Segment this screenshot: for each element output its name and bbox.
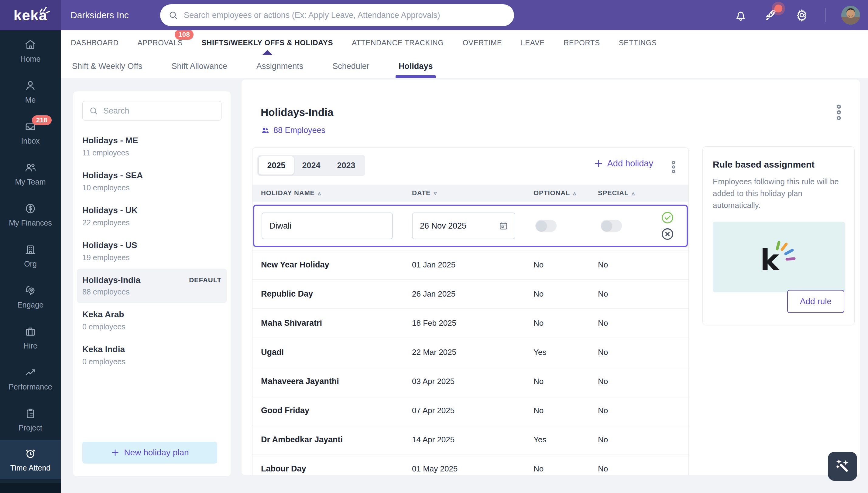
whats-new-rocket-icon[interactable] — [764, 7, 779, 23]
plan-search-input[interactable] — [103, 106, 215, 116]
holiday-row[interactable]: Maha Shivaratri 18 Feb 2025 No No — [252, 308, 688, 338]
plan-list-item[interactable]: Holidays - SEA 10 employees — [77, 164, 227, 199]
holiday-date-input[interactable] — [420, 221, 487, 231]
year-tab[interactable]: 2023 — [329, 156, 364, 175]
rocket-notification-dot — [774, 4, 782, 13]
sidebar-item-icon — [24, 407, 37, 420]
page-title: Holidays-India — [261, 106, 333, 119]
sort-icon[interactable]: ▿ — [434, 189, 437, 197]
sidebar-item[interactable]: Org — [0, 235, 61, 276]
sidebar-item[interactable]: My Team — [0, 153, 61, 194]
sidebar-item[interactable]: Project — [0, 399, 61, 440]
holiday-row[interactable]: Mahaveera Jayanthi 03 Apr 2025 No No — [252, 367, 688, 396]
year-tab[interactable]: 2024 — [294, 156, 329, 175]
column-label: OPTIONAL — [534, 189, 570, 197]
toggle-knob — [602, 221, 612, 231]
holiday-name: Labour Day — [261, 464, 412, 474]
employees-link[interactable]: 88 Employees — [261, 126, 325, 135]
column-header[interactable]: DATE ▿ — [412, 189, 534, 197]
nav-item[interactable]: ATTENDANCE TRACKING — [352, 39, 444, 47]
plan-list-item[interactable]: Holidays-India DEFAULT 88 employees — [77, 269, 227, 303]
holiday-name: New Year Holiday — [261, 260, 412, 270]
plan-list-item[interactable]: Keka Arab 0 employees — [77, 303, 227, 338]
holiday-date: 07 Apr 2025 — [412, 406, 534, 415]
cancel-holiday-button[interactable] — [661, 227, 675, 241]
sidebar-item[interactable]: Hire — [0, 317, 61, 358]
optional-toggle[interactable] — [535, 220, 557, 232]
nav-item[interactable]: REPORTS — [563, 39, 600, 47]
global-search[interactable] — [160, 4, 514, 26]
user-avatar[interactable] — [841, 6, 860, 25]
search-icon — [168, 10, 178, 20]
sub-tab[interactable]: Shift Allowance — [172, 55, 227, 78]
calendar-icon — [498, 221, 509, 231]
plan-list-item[interactable]: Keka India 0 employees — [77, 338, 227, 373]
sort-icon[interactable]: ▵ — [573, 189, 576, 197]
holiday-row[interactable]: Labour Day 01 May 2025 No No — [252, 454, 688, 475]
table-body: New Year Holiday 01 Jan 2025 No No Repub… — [252, 250, 688, 475]
plan-employee-count: 22 employees — [82, 218, 222, 227]
table-options-kebab[interactable] — [670, 160, 677, 174]
notifications-bell-icon[interactable] — [734, 8, 748, 22]
plan-list-item[interactable]: Holidays - UK 22 employees — [77, 199, 227, 234]
holiday-row[interactable]: Dr Ambedkar Jayanti 14 Apr 2025 Yes No — [252, 425, 688, 454]
nav-item[interactable]: DASHBOARD — [71, 39, 119, 47]
plan-list-item[interactable]: Holidays - US 19 employees — [77, 234, 227, 269]
sort-icon[interactable]: ▵ — [318, 189, 321, 197]
holiday-name-input[interactable] — [262, 213, 393, 239]
global-search-input[interactable] — [184, 10, 506, 20]
sidebar-item[interactable]: My Finances — [0, 194, 61, 235]
sidebar-item-label: Me — [25, 95, 36, 104]
nav-item[interactable]: OVERTIME — [463, 39, 502, 47]
sidebar-item[interactable]: Home — [0, 30, 61, 71]
sidebar-item[interactable]: Engage — [0, 276, 61, 317]
sub-tab[interactable]: Assignments — [256, 55, 304, 78]
sidebar-item[interactable]: Me — [0, 71, 61, 112]
nav-item[interactable]: SHIFTS/WEEKLY OFFS & HOLIDAYS — [202, 39, 333, 47]
holiday-row[interactable]: Ugadi 22 Mar 2025 Yes No — [252, 338, 688, 367]
holidays-table-card: 202520242023 Add holiday HOLIDAY NAME ▵ … — [252, 147, 689, 475]
nav-item-label: REPORTS — [563, 39, 600, 47]
special-toggle[interactable] — [601, 220, 622, 232]
sidebar-item-icon — [24, 202, 37, 215]
holiday-row[interactable]: Good Friday 07 Apr 2025 No No — [252, 396, 688, 425]
sidebar-item-label: My Team — [15, 177, 46, 186]
nav-item[interactable]: LEAVE — [521, 39, 545, 47]
sidebar-item[interactable]: Inbox 218 — [0, 112, 61, 153]
magic-wand-fab[interactable] — [828, 452, 857, 481]
holiday-name: Mahaveera Jayanthi — [261, 377, 412, 386]
sub-tab[interactable]: Scheduler — [332, 55, 369, 78]
sidebar-item-icon — [24, 366, 37, 379]
plan-search[interactable] — [82, 101, 222, 121]
keka-logo[interactable]: keka — [0, 0, 61, 30]
sidebar-item[interactable]: Performance — [0, 358, 61, 399]
nav-item[interactable]: SETTINGS — [619, 39, 657, 47]
column-header[interactable]: OPTIONAL ▵ — [534, 189, 598, 197]
holiday-date-field[interactable] — [412, 213, 515, 239]
check-circle-icon — [661, 211, 675, 224]
nav-item[interactable]: APPROVALS108 — [137, 39, 183, 47]
sub-tabs: Shift & Weekly OffsShift AllowanceAssign… — [61, 55, 868, 78]
nav-item-label: LEAVE — [521, 39, 545, 47]
holiday-row[interactable]: Republic Day 26 Jan 2025 No No — [252, 279, 688, 308]
sidebar-item[interactable]: Time Attend — [0, 440, 61, 479]
add-rule-button[interactable]: Add rule — [787, 290, 844, 313]
holiday-row[interactable]: New Year Holiday 01 Jan 2025 No No — [252, 250, 688, 279]
column-header[interactable]: SPECIAL ▵ — [598, 189, 688, 197]
new-holiday-plan-button[interactable]: New holiday plan — [82, 442, 217, 464]
add-holiday-button[interactable]: Add holiday — [594, 158, 653, 169]
nav-item-label: SHIFTS/WEEKLY OFFS & HOLIDAYS — [202, 39, 333, 47]
sub-tab[interactable]: Holidays — [399, 55, 433, 78]
sidebar-item-icon — [24, 38, 37, 51]
sub-tab[interactable]: Shift & Weekly Offs — [72, 55, 143, 78]
column-header[interactable]: HOLIDAY NAME ▵ — [261, 189, 412, 197]
sort-icon[interactable]: ▵ — [632, 189, 635, 197]
save-holiday-button[interactable] — [661, 211, 675, 224]
year-tab[interactable]: 2025 — [259, 156, 294, 175]
plan-list-item[interactable]: Holidays - ME 11 employees — [77, 129, 227, 164]
sidebar-item-icon — [24, 325, 37, 338]
settings-gear-icon[interactable] — [794, 8, 809, 22]
holiday-name: Maha Shivaratri — [261, 318, 412, 328]
plan-options-kebab[interactable] — [834, 104, 843, 121]
sidebar-item-label: Engage — [17, 301, 43, 309]
